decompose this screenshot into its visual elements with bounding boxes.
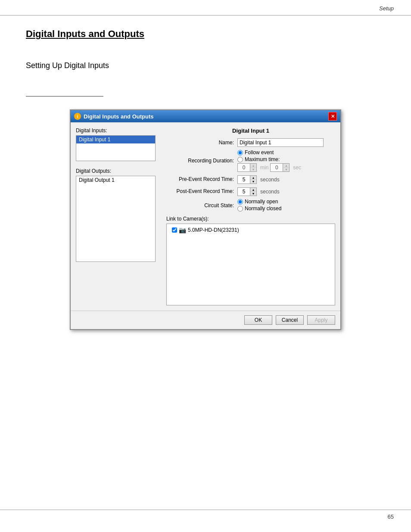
min-up-arrow: ▲ bbox=[250, 164, 256, 168]
right-title: Digital Input 1 bbox=[166, 128, 335, 134]
page-number: 65 bbox=[388, 513, 394, 520]
apply-button[interactable]: Apply bbox=[307, 315, 335, 325]
camera-checkbox[interactable] bbox=[172, 227, 177, 233]
post-event-label: Post-Event Record Time: bbox=[166, 188, 237, 194]
post-event-control: ▲ ▼ seconds bbox=[237, 187, 335, 196]
header-title: Setup bbox=[379, 5, 394, 12]
digital-input-1-item[interactable]: Digital Input 1 bbox=[76, 136, 155, 143]
cancel-button[interactable]: Cancel bbox=[276, 315, 304, 325]
post-event-input[interactable] bbox=[238, 188, 250, 196]
dialog-title: Digital Inputs and Outputs bbox=[84, 113, 154, 120]
pre-event-arrows: ▲ ▼ bbox=[250, 176, 256, 184]
pre-event-row: Pre-Event Record Time: ▲ ▼ bbox=[166, 174, 335, 184]
sec-input bbox=[271, 164, 283, 171]
camera-tree-box[interactable]: 📷 5.0MP-HD-DN(23231) bbox=[166, 224, 335, 305]
post-event-spinner-group: ▲ ▼ seconds bbox=[237, 187, 335, 196]
section-title: Setting Up Digital Inputs bbox=[26, 61, 385, 70]
min-spinbox[interactable]: ▲ ▼ bbox=[237, 163, 257, 172]
dialog-main: Digital Inputs: Digital Input 1 Digital … bbox=[76, 128, 335, 305]
camera-icon: 📷 bbox=[179, 227, 186, 233]
maximum-time-label: Maximum time: bbox=[245, 156, 280, 162]
follow-event-label: Follow event bbox=[245, 149, 274, 156]
doc-title: Digital Inputs and Outputs bbox=[26, 28, 385, 40]
min-sec-spinner-group: ▲ ▼ min ▲ ▼ bbox=[237, 163, 335, 172]
normally-closed-row: Normally closed bbox=[237, 205, 335, 212]
min-arrows: ▲ ▼ bbox=[250, 164, 256, 171]
recording-duration-label: Recording Duration: bbox=[166, 158, 237, 164]
dialog-window: i Digital Inputs and Outputs ✕ Digital I… bbox=[70, 109, 341, 330]
normally-open-label: Normally open bbox=[245, 199, 278, 205]
dialog-body: Digital Inputs: Digital Input 1 Digital … bbox=[71, 122, 340, 311]
ok-button[interactable]: OK bbox=[244, 315, 272, 325]
titlebar-left: i Digital Inputs and Outputs bbox=[74, 113, 154, 120]
follow-event-row: Follow event bbox=[237, 149, 335, 156]
name-input[interactable] bbox=[237, 138, 324, 147]
digital-inputs-label: Digital Inputs: bbox=[76, 128, 158, 134]
dialog-icon: i bbox=[74, 113, 81, 120]
pre-event-unit: seconds bbox=[260, 177, 280, 183]
sec-up-arrow: ▲ bbox=[283, 164, 289, 168]
pre-event-down-arrow[interactable]: ▼ bbox=[250, 180, 256, 184]
digital-output-1-item[interactable]: Digital Output 1 bbox=[76, 176, 155, 184]
digital-inputs-listbox[interactable]: Digital Input 1 bbox=[76, 135, 156, 161]
normally-open-row: Normally open bbox=[237, 199, 335, 205]
min-down-arrow: ▼ bbox=[250, 168, 256, 171]
pre-event-label: Pre-Event Record Time: bbox=[166, 176, 237, 182]
post-event-arrows: ▲ ▼ bbox=[250, 188, 256, 196]
pre-event-spinner-group: ▲ ▼ seconds bbox=[237, 175, 335, 184]
dialog-footer: OK Cancel Apply bbox=[71, 311, 340, 329]
name-row: Name: bbox=[166, 138, 335, 147]
name-label: Name: bbox=[166, 140, 237, 146]
recording-duration-control: Follow event Maximum time: bbox=[237, 149, 335, 172]
outputs-section: Digital Outputs: Digital Output 1 bbox=[76, 168, 158, 262]
min-input bbox=[238, 164, 250, 171]
link-cameras-label: Link to Camera(s): bbox=[166, 216, 335, 222]
circuit-state-control: Normally open Normally closed bbox=[237, 199, 335, 212]
normally-open-radio[interactable] bbox=[237, 199, 243, 205]
recording-duration-row: Recording Duration: Follow event Maximum… bbox=[166, 149, 335, 172]
digital-outputs-label: Digital Outputs: bbox=[76, 168, 158, 174]
pre-event-up-arrow[interactable]: ▲ bbox=[250, 176, 256, 180]
pre-event-input[interactable] bbox=[238, 176, 250, 184]
post-event-unit: seconds bbox=[260, 189, 280, 195]
camera-item-label: 5.0MP-HD-DN(23231) bbox=[188, 227, 239, 233]
post-event-down-arrow[interactable]: ▼ bbox=[250, 192, 256, 196]
section-separator bbox=[26, 96, 103, 96]
post-event-row: Post-Event Record Time: ▲ ▼ bbox=[166, 187, 335, 196]
post-event-up-arrow[interactable]: ▲ bbox=[250, 188, 256, 192]
sec-unit-label: sec bbox=[293, 165, 301, 171]
page-content: Digital Inputs and Outputs Setting Up Di… bbox=[0, 16, 411, 343]
pre-event-spinbox[interactable]: ▲ ▼ bbox=[237, 175, 257, 184]
page-header: Setup bbox=[0, 0, 411, 16]
sec-arrows: ▲ ▼ bbox=[283, 164, 289, 171]
normally-closed-radio[interactable] bbox=[237, 206, 243, 212]
dialog-titlebar: i Digital Inputs and Outputs ✕ bbox=[71, 110, 340, 122]
circuit-state-row: Circuit State: Normally open Normally cl… bbox=[166, 199, 335, 212]
digital-outputs-listbox[interactable]: Digital Output 1 bbox=[76, 176, 156, 262]
max-time-row: Maximum time: bbox=[237, 156, 335, 162]
right-panel: Digital Input 1 Name: Recording Duration… bbox=[162, 128, 335, 305]
sec-spinbox[interactable]: ▲ ▼ bbox=[270, 163, 290, 172]
name-control bbox=[237, 138, 335, 147]
normally-closed-label: Normally closed bbox=[245, 205, 281, 212]
post-event-spinbox[interactable]: ▲ ▼ bbox=[237, 187, 257, 196]
follow-event-radio[interactable] bbox=[237, 150, 243, 156]
left-panel: Digital Inputs: Digital Input 1 Digital … bbox=[76, 128, 162, 305]
min-unit-label: min bbox=[260, 165, 268, 171]
pre-event-control: ▲ ▼ seconds bbox=[237, 174, 335, 184]
camera-tree-item[interactable]: 📷 5.0MP-HD-DN(23231) bbox=[168, 226, 333, 234]
dialog-close-button[interactable]: ✕ bbox=[328, 112, 337, 121]
circuit-state-label: Circuit State: bbox=[166, 202, 237, 208]
maximum-time-radio[interactable] bbox=[237, 157, 243, 162]
page-footer: 65 bbox=[0, 510, 411, 523]
sec-down-arrow: ▼ bbox=[283, 168, 289, 171]
link-cameras-section: Link to Camera(s): 📷 5.0MP-HD-DN(23231) bbox=[166, 216, 335, 305]
